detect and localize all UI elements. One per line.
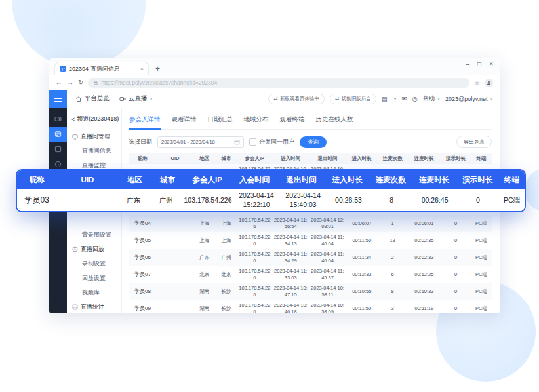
forward-icon[interactable]: → bbox=[67, 79, 73, 86]
tab-参会人详情[interactable]: 参会人详情 bbox=[129, 111, 161, 130]
search-button[interactable]: 查询 bbox=[300, 136, 327, 148]
column-header-终端: 终端 bbox=[471, 154, 492, 163]
reload-icon[interactable]: ↻ bbox=[78, 79, 83, 86]
nav-cloud-live[interactable]: 云直播 ∨ bbox=[119, 94, 153, 103]
rail-grid-icon[interactable] bbox=[49, 142, 67, 157]
notice-icon[interactable]: ▤ bbox=[382, 95, 388, 102]
sidebar-group-直播回放[interactable]: 直播回放 bbox=[67, 242, 121, 256]
playback-icon bbox=[72, 246, 78, 252]
tab-观看详情[interactable]: 观看详情 bbox=[171, 111, 197, 129]
table-cell: 2023-04-14 10:58:09 bbox=[309, 301, 346, 313]
overlay-cell: 广东 bbox=[117, 196, 150, 205]
url-text: https://meet.polyv.net/class?channelId=2… bbox=[101, 79, 217, 86]
sidebar-menu: 直播间管理直播间信息直播监控页面装修NEW背景图设置直播回放录制设置回放设置视频… bbox=[67, 129, 121, 313]
window-minimize-button[interactable]: – bbox=[466, 61, 470, 68]
sidebar-item-回放设置[interactable]: 回放设置 bbox=[67, 271, 121, 285]
table-cell: 00:12:33 bbox=[346, 270, 378, 279]
sidebar-item-背景图设置[interactable]: 背景图设置 bbox=[67, 227, 121, 242]
overlay-column-header-城市: 城市 bbox=[151, 175, 184, 184]
table-cell: 北京 bbox=[215, 270, 237, 279]
table-row-学员05[interactable]: 学员05上海上海103.178.54.2262023-04-14 11:34:1… bbox=[129, 232, 492, 249]
table-cell: 00:11:34 bbox=[346, 253, 378, 262]
table-cell: 0 bbox=[441, 219, 471, 228]
table-cell: 1 bbox=[378, 219, 408, 228]
browser-profile-avatar[interactable] bbox=[485, 79, 493, 87]
table-cell: 2023-04-14 12:03:01 bbox=[309, 216, 346, 231]
table-cell: PC端 bbox=[471, 287, 492, 296]
merge-user-checkbox[interactable] bbox=[249, 138, 256, 146]
table-cell: 00:02:33 bbox=[407, 253, 441, 262]
table-cell: 3 bbox=[378, 304, 408, 313]
table-row-学员09[interactable]: 学员09湖南长沙103.178.54.2262023-04-14 10:46:1… bbox=[129, 300, 492, 313]
date-range-input[interactable]: 2023/04/01 - 2023/04/18 bbox=[157, 136, 244, 148]
swap-icon: ⇄ bbox=[335, 96, 340, 102]
rail-list-icon[interactable] bbox=[49, 127, 67, 142]
rail-video-camera-icon[interactable] bbox=[49, 111, 67, 127]
nav-platform-overview[interactable]: 平台总览 bbox=[75, 94, 110, 103]
table-cell bbox=[157, 290, 193, 293]
table-cell: 学员05 bbox=[129, 236, 157, 245]
decor-circle-right bbox=[525, 168, 539, 212]
table-cell: 学员04 bbox=[129, 219, 157, 228]
table-row-学员04[interactable]: 学员04上海上海103.178.54.2262023-04-14 11:56:5… bbox=[129, 215, 492, 232]
overlay-data-row[interactable]: 学员03广东广州103.178.54.2262023-04-14 15:22:1… bbox=[17, 189, 525, 211]
column-header-进入时间: 进入时间 bbox=[272, 154, 309, 163]
tab-地域分布[interactable]: 地域分布 bbox=[243, 111, 270, 129]
tab-观看终端[interactable]: 观看终端 bbox=[279, 111, 306, 129]
table-row-学员08[interactable]: 学员08湖南长沙103.178.54.2262023-04-14 10:47:1… bbox=[129, 283, 492, 300]
sidebar-item-label: 录制设置 bbox=[82, 260, 106, 267]
history-icon[interactable]: ◔ bbox=[393, 95, 397, 102]
sidebar-item-直播间信息[interactable]: 直播间信息 bbox=[67, 144, 121, 158]
account-menu[interactable]: 2023@polyv.net ∨ bbox=[445, 96, 493, 102]
address-bar[interactable]: https://meet.polyv.net/class?channelId=2… bbox=[88, 78, 469, 88]
sidebar-item-label: 直播间信息 bbox=[82, 147, 111, 154]
window-close-button[interactable]: × bbox=[489, 61, 493, 68]
sidebar-item-视频库[interactable]: 视频库 bbox=[67, 285, 121, 300]
table-cell: 学员06 bbox=[129, 253, 157, 262]
table-cell: 00:10:33 bbox=[407, 287, 441, 296]
browser-tab[interactable]: P 202304-直播间信息 × bbox=[54, 62, 149, 75]
filter-bar: 选择日期 2023/04/01 - 2023/04/18 合并同一用户 查询 导… bbox=[129, 136, 492, 148]
sidebar-item-label: 视频库 bbox=[82, 289, 100, 296]
table-cell: 上海 bbox=[193, 219, 215, 228]
overlay-cell: 学员03 bbox=[17, 195, 56, 205]
channel-header[interactable]: < 频道(20230418) bbox=[67, 112, 121, 129]
table-row-学员06[interactable]: 学员06广东广州103.178.54.2262023-04-14 11:34:2… bbox=[129, 249, 492, 266]
help-menu[interactable]: 帮助 ∨ bbox=[423, 94, 440, 103]
export-list-button[interactable]: 导出列表 bbox=[456, 136, 492, 148]
overlay-cell: PC端 bbox=[499, 196, 525, 205]
table-cell: 2 bbox=[378, 253, 408, 262]
table-cell: 00:11:50 bbox=[346, 304, 378, 313]
table-cell: 长沙 bbox=[215, 304, 237, 313]
table-cell: 北京 bbox=[193, 270, 215, 279]
column-header-退出时间: 退出时间 bbox=[309, 154, 346, 163]
table-row-学员07[interactable]: 学员07北京北京103.178.54.2262023-04-14 11:33:0… bbox=[129, 266, 492, 283]
calendar-icon bbox=[234, 139, 240, 145]
sidebar-group-直播统计[interactable]: 直播统计 bbox=[67, 300, 121, 313]
table-cell: 0 bbox=[441, 253, 471, 262]
mail-icon[interactable]: ✉ bbox=[401, 95, 407, 102]
menu-hamburger-icon[interactable] bbox=[49, 90, 67, 108]
tab-close-icon[interactable]: × bbox=[140, 66, 144, 72]
table-cell: PC端 bbox=[471, 253, 492, 262]
sidebar-group-label: 直播间管理 bbox=[81, 132, 110, 141]
tab-日期汇总[interactable]: 日期汇总 bbox=[207, 111, 233, 129]
back-icon[interactable]: ← bbox=[56, 79, 62, 86]
column-header-演示时长: 演示时长 bbox=[441, 154, 471, 163]
table-cell: 00:11:19 bbox=[407, 304, 441, 313]
sidebar-item-label: 背景图设置 bbox=[82, 231, 111, 238]
switch-old-version-pill-button[interactable]: ⇄ 切换旧版后台 bbox=[330, 94, 376, 104]
back-chevron-icon[interactable]: < bbox=[71, 116, 75, 123]
sidebar-item-录制设置[interactable]: 录制设置 bbox=[67, 256, 121, 271]
window-maximize-button[interactable]: □ bbox=[477, 61, 481, 68]
overlay-column-header-入会时间: 入会时间 bbox=[231, 175, 278, 184]
sidebar-group-直播间管理[interactable]: 直播间管理 bbox=[67, 129, 121, 144]
service-icon[interactable]: ◎ bbox=[412, 95, 417, 102]
table-cell: PC端 bbox=[471, 270, 492, 279]
tab-历史在线人数[interactable]: 历史在线人数 bbox=[315, 111, 354, 129]
bookmark-star-icon[interactable]: ☆ bbox=[474, 79, 480, 87]
table-cell: 湖南 bbox=[193, 287, 215, 296]
new-tab-button[interactable]: + bbox=[155, 64, 160, 73]
new-version-pill-button[interactable]: ⇄ 新版观看页体验中 bbox=[268, 94, 325, 104]
table-cell bbox=[157, 239, 193, 242]
